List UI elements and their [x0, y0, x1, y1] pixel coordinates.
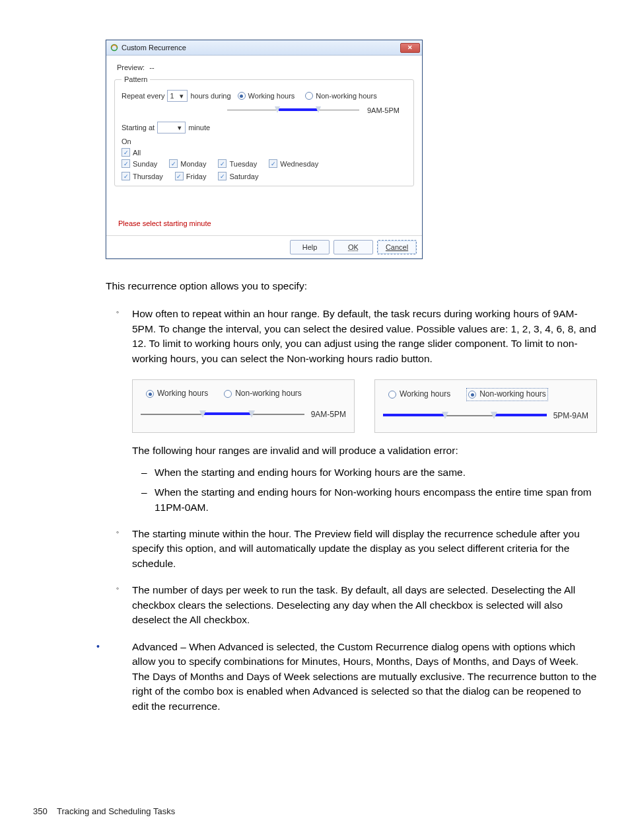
- custom-recurrence-dialog: Custom Recurrence ✕ Preview: -- Pattern …: [106, 40, 423, 259]
- pattern-legend: Pattern: [122, 75, 150, 83]
- preview-value: --: [149, 63, 154, 71]
- hour-range-slider[interactable]: [383, 411, 547, 420]
- check-icon: ✓: [269, 159, 277, 168]
- checkbox-thursday[interactable]: ✓Thursday: [122, 172, 163, 180]
- checkbox-tuesday[interactable]: ✓Tuesday: [218, 159, 257, 168]
- checkbox-wednesday[interactable]: ✓Wednesday: [269, 159, 318, 168]
- check-icon: ✓: [175, 172, 184, 180]
- repeat-label-post: hours during: [190, 92, 230, 100]
- radio-selected-icon: [146, 390, 154, 398]
- radio-unselected-icon: [224, 390, 232, 398]
- bullet-repeat-range: How often to repeat within an hour range…: [106, 307, 597, 515]
- page-number: 350: [33, 806, 48, 816]
- checkbox-friday[interactable]: ✓Friday: [175, 172, 207, 180]
- radio-unselected-icon: [305, 92, 313, 100]
- starting-minute-post: minute: [188, 124, 210, 132]
- starting-at-label: Starting at: [122, 124, 155, 132]
- repeat-label-pre: Repeat every: [122, 92, 164, 100]
- radio-working-hours[interactable]: Working hours: [146, 388, 208, 399]
- radio-selected-icon: [468, 391, 476, 399]
- on-label: On: [122, 137, 407, 145]
- starting-minute-select[interactable]: ▾: [157, 122, 186, 134]
- slider-range-label: 9AM-5PM: [367, 106, 400, 114]
- help-button[interactable]: Help: [290, 240, 330, 254]
- radio-working-hours[interactable]: Working hours: [238, 92, 295, 100]
- checkbox-saturday[interactable]: ✓Saturday: [218, 172, 258, 180]
- checkbox-all[interactable]: ✓ All: [122, 148, 141, 157]
- check-icon: ✓: [122, 148, 130, 157]
- range-label: 5PM-9AM: [553, 410, 588, 422]
- bullet-starting-minute: The starting minute within the hour. The…: [106, 527, 597, 571]
- chevron-down-icon: ▾: [176, 124, 183, 132]
- pattern-group: Pattern Repeat every 1 ▾ hours during Wo…: [114, 75, 414, 186]
- radio-selected-icon: [238, 92, 246, 100]
- radio-nonworking-hours[interactable]: Non-working hours: [305, 92, 376, 100]
- repeat-interval-select[interactable]: 1 ▾: [167, 90, 188, 102]
- hour-range-slider[interactable]: [227, 106, 359, 115]
- page-footer: 350 Tracking and Scheduling Tasks: [33, 806, 597, 816]
- hour-range-slider[interactable]: [141, 410, 304, 419]
- checkbox-sunday[interactable]: ✓Sunday: [122, 159, 157, 168]
- app-icon: [110, 44, 118, 52]
- invalid-case-1: When the starting and ending hours for W…: [132, 465, 597, 480]
- radio-working-hours[interactable]: Working hours: [388, 389, 450, 400]
- range-label: 9AM-5PM: [311, 409, 346, 420]
- repeat-interval-value: 1: [170, 92, 176, 100]
- bullet-advanced: Advanced – When Advanced is selected, th…: [86, 640, 597, 714]
- dialog-title: Custom Recurrence: [122, 44, 186, 52]
- preview-label: Preview:: [117, 63, 145, 71]
- intro-paragraph: This recurrence option allows you to spe…: [106, 279, 594, 293]
- cancel-button[interactable]: Cancel: [377, 240, 417, 254]
- nonworking-hours-example: Working hours Non-working hours: [374, 379, 597, 433]
- radio-nonworking-hours[interactable]: Non-working hours: [466, 388, 548, 401]
- check-icon: ✓: [122, 172, 130, 180]
- check-icon: ✓: [122, 159, 130, 168]
- bullet-days-per-week: The number of days per week to run the t…: [106, 583, 597, 627]
- check-icon: ✓: [218, 172, 227, 180]
- invalid-case-2: When the starting and ending hours for N…: [132, 485, 597, 515]
- checkbox-monday[interactable]: ✓Monday: [169, 159, 206, 168]
- ok-button[interactable]: OK: [333, 240, 373, 254]
- close-button[interactable]: ✕: [400, 43, 420, 53]
- working-hours-example: Working hours Non-working hours 9AM-5PM: [132, 379, 355, 433]
- radio-nonworking-hours[interactable]: Non-working hours: [224, 388, 302, 399]
- invalid-intro: The following hour ranges are invalid an…: [132, 443, 597, 458]
- check-icon: ✓: [218, 159, 227, 168]
- close-icon: ✕: [407, 44, 413, 51]
- radio-unselected-icon: [388, 391, 396, 399]
- titlebar: Custom Recurrence ✕: [106, 40, 422, 56]
- check-icon: ✓: [169, 159, 178, 168]
- chevron-down-icon: ▾: [178, 92, 185, 100]
- validation-error: Please select starting minute: [118, 219, 414, 227]
- footer-section: Tracking and Scheduling Tasks: [57, 806, 175, 816]
